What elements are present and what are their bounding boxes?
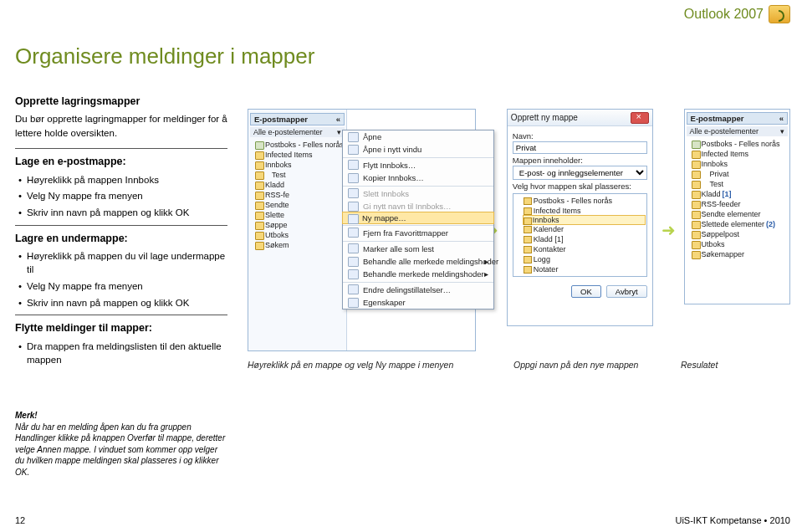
- select-contains[interactable]: E-post- og innleggselementer: [513, 166, 647, 180]
- dialog-buttons: OK Avbryt: [508, 280, 652, 303]
- tree-item[interactable]: Søppelpost: [690, 229, 788, 239]
- tree-item[interactable]: Kladd [1]: [524, 234, 645, 244]
- folder-tree: Postboks - Felles norås Infected Items I…: [687, 139, 788, 259]
- section-create-folders: Opprette lagringsmapper Du bør opprette …: [15, 94, 227, 140]
- menu-item-open-new-window[interactable]: Åpne i nytt vindu: [343, 143, 493, 156]
- tree-root[interactable]: Postboks - Felles norås: [690, 139, 788, 149]
- figure-result-tree: E-postmapper « Alle e-postelementer ▾ Po…: [684, 109, 790, 304]
- menu-item-label: Behandle merkede meldingshoder: [363, 269, 484, 279]
- tree-item[interactable]: Slette: [253, 210, 345, 220]
- menu-item-process-marked-headers[interactable]: Behandle merkede meldingshoder▸: [343, 268, 493, 280]
- dialog-titlebar: Opprett ny mappe: [508, 110, 652, 126]
- tree-item[interactable]: RSS-fe: [253, 190, 345, 200]
- brand-name: Outlook 2007: [684, 7, 764, 22]
- input-folder-name[interactable]: [513, 141, 647, 154]
- tree-item[interactable]: Innboks: [253, 160, 345, 170]
- section-make-mailfolder: Lage en e-postmappe: Høyreklikk på mappe…: [15, 148, 227, 219]
- tree-item[interactable]: Test: [690, 179, 788, 189]
- outlook-clock-icon: [769, 5, 790, 23]
- tree-item[interactable]: Logg: [524, 254, 645, 264]
- menu-item-rename: Gi nytt navn til Innboks…: [343, 200, 493, 212]
- tree-item[interactable]: Sendte elementer: [690, 209, 788, 219]
- tree-item[interactable]: Sendte: [253, 200, 345, 210]
- ok-button[interactable]: OK: [571, 285, 601, 298]
- step: Velg Ny mappe fra menyen: [17, 279, 227, 294]
- step: Dra mappen fra meldingslisten til den ak…: [17, 340, 227, 367]
- tree-filter-label: Alle e-postelementer: [690, 127, 759, 136]
- tree-header: E-postmapper «: [250, 113, 345, 125]
- menu-item-sharing[interactable]: Endre delingstillatelser…: [343, 282, 493, 296]
- menu-item-move[interactable]: Flytt Innboks…: [343, 157, 493, 171]
- tree-item[interactable]: Kladd: [253, 180, 345, 190]
- step: Høyreklikk på mappen Innboks: [17, 173, 227, 187]
- chevron-down-icon: ▾: [780, 127, 784, 136]
- tree-item[interactable]: Infected Items: [253, 150, 345, 160]
- label-contains: Mappen inneholder:: [513, 156, 647, 165]
- arrow-right-icon: ➜: [662, 220, 676, 240]
- footer-credit: UiS-IKT Kompetanse • 2010: [675, 515, 790, 525]
- menu-item-mark-read[interactable]: Marker alle som lest: [343, 241, 493, 255]
- caption-fig2: Oppgi navn på den nye mappen: [513, 360, 681, 370]
- tree-header: E-postmapper «: [687, 112, 788, 125]
- tree-item[interactable]: Notater: [524, 264, 645, 274]
- label-where: Velg hvor mappen skal plasseres:: [513, 182, 647, 191]
- menu-item-copy[interactable]: Kopier Innboks…: [343, 171, 493, 184]
- chevron-right-icon: ▸: [484, 269, 488, 279]
- tree-item[interactable]: Oppgaver: [524, 274, 645, 277]
- tree-item[interactable]: Kladd[1]: [690, 189, 788, 199]
- tree-root[interactable]: Postboks - Felles norås: [524, 196, 645, 206]
- tree-item[interactable]: Utboks: [253, 230, 345, 240]
- menu-item-label: Behandle alle merkede meldingshoder: [363, 257, 498, 266]
- tree-item[interactable]: Slettede elementer(2): [690, 219, 788, 229]
- tree-item[interactable]: RSS-feeder: [690, 199, 788, 209]
- menu-item-new-folder[interactable]: Ny mappe…: [342, 212, 494, 224]
- tree-item[interactable]: Privat: [690, 169, 788, 179]
- tree-item[interactable]: Søppe: [253, 220, 345, 230]
- menu-item-delete: Slett Innboks: [343, 186, 493, 200]
- note-body: Når du har en melding åpen kan du fra gr…: [15, 422, 225, 477]
- tree-item[interactable]: Test: [253, 170, 345, 180]
- tree-item[interactable]: Søkem: [253, 240, 345, 250]
- folder-tree-pane: E-postmapper « Alle e-postelementer ▾ Po…: [685, 110, 789, 304]
- tree-item[interactable]: Kalender: [524, 224, 645, 234]
- chevron-down-icon: ▾: [337, 128, 341, 136]
- menu-item-remove-fav[interactable]: Fjern fra Favorittmapper: [343, 225, 493, 239]
- close-icon[interactable]: [631, 112, 649, 124]
- tree-root[interactable]: Postboks - Felles norås: [253, 140, 345, 150]
- tree-filter-label: Alle e-postelementer: [253, 128, 323, 136]
- caption-fig3: Resulatet: [681, 360, 790, 370]
- tree-item[interactable]: Kontakter: [524, 244, 645, 254]
- tree-item[interactable]: Innboks: [690, 159, 788, 169]
- tree-item[interactable]: Søkemapper: [690, 249, 788, 259]
- brand-bar: Outlook 2007: [684, 5, 790, 23]
- cancel-button[interactable]: Avbryt: [606, 285, 647, 298]
- section-head: Lagre en undermappe:: [15, 231, 227, 246]
- menu-item-process-all-headers[interactable]: Behandle alle merkede meldingshoder▸: [343, 255, 493, 268]
- tree-item[interactable]: Utboks: [690, 239, 788, 249]
- tree-item[interactable]: Infected Items: [690, 149, 788, 159]
- dialog-title: Opprett ny mappe: [511, 113, 578, 122]
- tree-filter[interactable]: Alle e-postelementer ▾: [250, 127, 345, 137]
- page-number: 12: [15, 515, 25, 525]
- tree-filter[interactable]: Alle e-postelementer ▾: [687, 126, 788, 136]
- page-footer: 12 UiS-IKT Kompetanse • 2010: [15, 515, 790, 525]
- folder-tree: Postboks - Felles norås Infected Items I…: [250, 140, 345, 250]
- page-title: Organisere meldinger i mapper: [15, 43, 314, 69]
- chevron-double-icon: «: [779, 114, 784, 123]
- dialog-folder-tree: Postboks - Felles norås Infected Items I…: [513, 193, 647, 277]
- section-body: Du bør opprette lagringmapper for meldin…: [15, 112, 227, 140]
- figures-row: E-postmapper « Alle e-postelementer ▾ Po…: [248, 109, 790, 351]
- caption-fig1: Høyreklikk på en mappe og velg Ny mappe …: [248, 360, 513, 370]
- figure-create-folder-dialog: Opprett ny mappe Navn: Mappen inneholder…: [507, 109, 653, 326]
- section-move-messages: Flytte meldinger til mapper: Dra mappen …: [15, 315, 227, 366]
- step: Skriv inn navn på mappen og klikk OK: [17, 206, 227, 220]
- figure-context-menu: E-postmapper « Alle e-postelementer ▾ Po…: [248, 109, 476, 351]
- note-block: Merk! Når du har en melding åpen kan du …: [15, 410, 227, 478]
- note-head: Merk!: [15, 411, 38, 420]
- folder-tree-pane: E-postmapper « Alle e-postelementer ▾ Po…: [248, 110, 347, 350]
- step: Skriv inn navn på mappen og klikk OK: [17, 296, 227, 310]
- menu-item-open[interactable]: Åpne: [343, 130, 493, 143]
- section-head: Flytte meldinger til mapper:: [15, 320, 227, 335]
- section-make-subfolder: Lagre en undermappe: Høyreklikk på mappe…: [15, 225, 227, 310]
- menu-item-properties[interactable]: Egenskaper: [343, 296, 493, 309]
